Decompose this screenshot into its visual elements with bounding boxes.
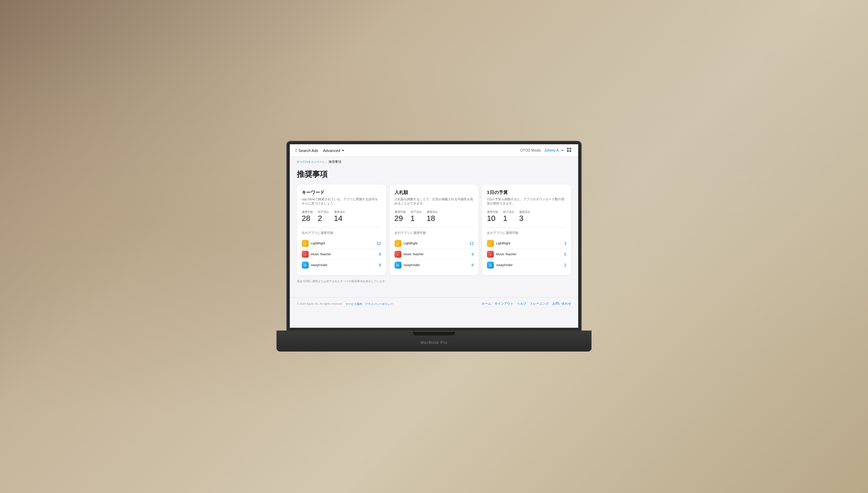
budget-app-awayfinder[interactable]: ◎ AwayFinder 2	[487, 260, 566, 270]
chevron-down-icon	[342, 150, 344, 151]
grid-cell	[569, 148, 571, 150]
logo-text: Search Ads	[299, 148, 318, 153]
laptop-notch	[413, 332, 455, 335]
bid-stat-dismissed: 却下済み 1	[411, 210, 422, 222]
bid-app-lightright[interactable]: △ LightRight 12	[394, 238, 474, 249]
app-count: 5	[564, 252, 566, 256]
page-title: 推奨事項	[297, 169, 571, 180]
app-count: 3	[564, 241, 566, 245]
signout-link[interactable]: サインアウト	[495, 302, 513, 306]
card-divider	[394, 227, 474, 228]
app-icon-lightright: △	[394, 240, 401, 247]
stat-dismissed-value: 2	[318, 215, 329, 222]
app-name-awayfinder: AwayFinder	[311, 263, 327, 267]
bid-stat-applicable-value: 29	[394, 215, 406, 222]
app-item-left: ◎ AwayFinder	[394, 262, 420, 269]
app-name: LightRight	[404, 242, 418, 245]
app-name-lightright: LightRight	[311, 242, 325, 245]
app-icon-awayfinder: ◎	[302, 262, 309, 269]
apple-icon: 	[295, 148, 297, 153]
app-logo:  Search Ads	[295, 148, 318, 153]
app-icon-awayfinder: ◎	[487, 262, 494, 269]
card-bid: 入札額 入札額を調整することで、広告が掲載される可能性を高めることができます。 …	[390, 185, 479, 275]
bid-app-awayfinder[interactable]: ◎ AwayFinder 8	[394, 260, 474, 270]
app-count: 2	[564, 263, 566, 267]
laptop-brand-label: MacBook Pro	[420, 340, 447, 345]
keywords-stats: 適用可能 28 却下済み 2 適用済み 14	[302, 210, 381, 222]
nav-advanced-button[interactable]: Advanced	[321, 147, 346, 154]
stat-applicable: 適用可能 28	[302, 210, 313, 222]
grid-view-icon[interactable]	[567, 148, 573, 153]
budget-app-lightright[interactable]: △ LightRight 3	[487, 238, 566, 249]
card-daily-budget: 1日の予算 1日の予算を調整すると、アプリのダウンロード数の増加が期待できます。…	[482, 185, 571, 275]
copyright-text: © 2024 Apple Inc. All rights reserved.	[297, 302, 343, 306]
footer-note: 過去7日間に適用または却下されたすべての推奨事項を表示しています。	[297, 279, 571, 283]
user-menu[interactable]: Johnny A.	[544, 148, 564, 152]
app-icon-awayfinder: ◎	[394, 262, 401, 269]
app-item-lightright[interactable]: △ LightRight 12	[302, 238, 381, 249]
budget-stat-applied: 適用済み 3	[519, 210, 530, 222]
budget-stat-dismissed-value: 1	[503, 215, 514, 222]
app-count-awayfinder: 8	[379, 263, 381, 267]
app-icon-music: ♪	[394, 251, 401, 258]
card-keywords: キーワード App Storeで検索されている、アプリに関連する語句をさらに見つ…	[297, 185, 386, 275]
footer-right: ホーム サインアウト ヘルプ トレーニング お問い合わせ	[482, 302, 571, 306]
nav-mode-label: Advanced	[323, 148, 340, 153]
recommendations-grid: キーワード App Storeで検索されている、アプリに関連する語句をさらに見つ…	[297, 185, 571, 275]
footer-left: © 2024 Apple Inc. All rights reserved. サ…	[297, 302, 393, 306]
training-link[interactable]: トレーニング	[530, 302, 549, 306]
breadcrumb: すべてのキャンペーン › 推奨事項	[290, 157, 578, 166]
grid-cell	[569, 150, 571, 152]
budget-stat-dismissed-label: 却下済み	[503, 210, 514, 214]
stat-dismissed-label: 却下済み	[318, 210, 329, 214]
bid-section-label: 次のアプリに適用可能	[394, 231, 474, 235]
app-count: 9	[471, 252, 474, 256]
help-link[interactable]: ヘルプ	[517, 302, 526, 306]
bid-stat-applied: 適用済み 18	[427, 210, 438, 222]
bid-app-music[interactable]: ♪ Music Teacher 9	[394, 249, 474, 260]
laptop-device:  Search Ads Advanced OTOD Media Johnny …	[276, 141, 592, 352]
terms-link[interactable]: サービス規約	[345, 302, 362, 306]
budget-stat-applicable-value: 10	[487, 215, 498, 222]
card-budget-title: 1日の予算	[487, 189, 566, 196]
breadcrumb-current: 推奨事項	[329, 160, 341, 164]
screen-content[interactable]:  Search Ads Advanced OTOD Media Johnny …	[290, 144, 578, 328]
app-item-awayfinder[interactable]: ◎ AwayFinder 8	[302, 260, 381, 270]
user-name: Johnny A.	[544, 148, 560, 152]
app-count-music-teacher: 8	[379, 252, 381, 256]
contact-link[interactable]: お問い合わせ	[552, 302, 571, 306]
budget-app-music[interactable]: ♪ Music Teacher 5	[487, 249, 566, 260]
privacy-link[interactable]: プライバシーポリシー	[365, 302, 393, 306]
app-count: 8	[471, 263, 474, 267]
app-item-left: ◎ AwayFinder	[487, 262, 512, 269]
app-icon-lightright: △	[487, 240, 494, 247]
bid-stat-applicable-label: 適用可能	[394, 210, 406, 214]
breadcrumb-separator: ›	[326, 160, 327, 164]
stat-applied: 適用済み 14	[334, 210, 345, 222]
app-item-left: △ LightRight	[487, 240, 510, 247]
card-divider	[487, 227, 566, 228]
grid-cell	[567, 148, 569, 150]
org-name: OTOD Media	[520, 148, 541, 152]
app-item-music-teacher[interactable]: ♪ Music Teacher 8	[302, 249, 381, 260]
app-name: AwayFinder	[404, 263, 420, 267]
app-count-lightright: 12	[377, 241, 381, 245]
bid-stats: 適用可能 29 却下済み 1 適用済み 18	[394, 210, 474, 222]
main-content: 推奨事項 キーワード App Storeで検索されている、アプリに関連する語句を…	[290, 166, 578, 290]
bid-stat-applied-label: 適用済み	[427, 210, 438, 214]
budget-stat-applied-label: 適用済み	[519, 210, 530, 214]
stat-dismissed: 却下済み 2	[318, 210, 329, 222]
card-budget-desc: 1日の予算を調整すると、アプリのダウンロード数の増加が期待できます。	[487, 197, 566, 206]
home-link[interactable]: ホーム	[482, 302, 491, 306]
bid-stat-dismissed-label: 却下済み	[411, 210, 422, 214]
bid-stat-applicable: 適用可能 29	[394, 210, 406, 222]
app-item-left: △ LightRight	[302, 240, 325, 247]
budget-stat-applicable: 適用可能 10	[487, 210, 498, 222]
breadcrumb-link[interactable]: すべてのキャンペーン	[297, 160, 325, 164]
app-icon-music-teacher: ♪	[302, 251, 309, 258]
nav-left:  Search Ads Advanced	[295, 147, 346, 154]
card-keywords-title: キーワード	[302, 189, 381, 196]
budget-section-label: 次のアプリに適用可能	[487, 231, 566, 235]
app-count: 12	[469, 241, 474, 245]
stat-applicable-value: 28	[302, 215, 313, 222]
